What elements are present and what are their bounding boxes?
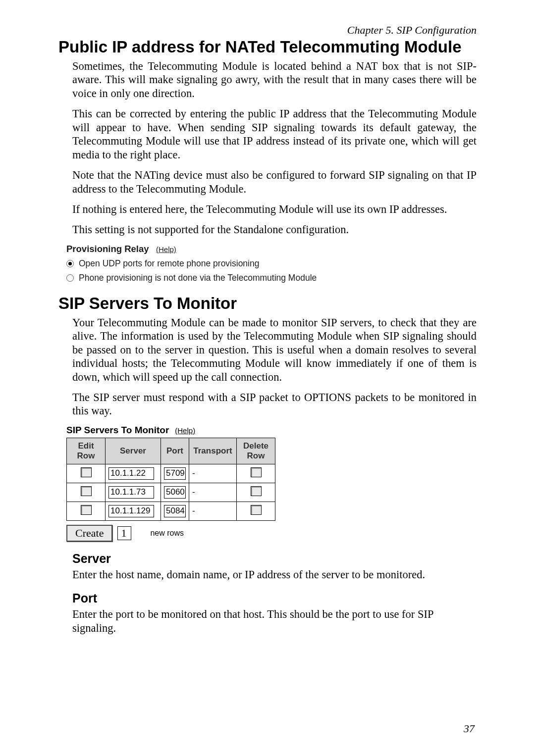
radio-icon: [66, 274, 74, 282]
para: Sometimes, the Telecommuting Module is l…: [72, 59, 477, 100]
table-header-row: Edit Row Server Port Transport Delete Ro…: [67, 438, 275, 464]
sip-servers-table: Edit Row Server Port Transport Delete Ro…: [66, 438, 275, 521]
edit-row-checkbox[interactable]: [81, 467, 92, 477]
chapter-header: Chapter 5. SIP Configuration: [58, 24, 477, 37]
help-link[interactable]: (Help): [175, 426, 195, 435]
table-row: 10.1.1.22 5709 -: [67, 464, 275, 483]
para: Note that the NATing device must also be…: [72, 168, 477, 196]
delete-row-checkbox[interactable]: [251, 467, 262, 477]
radio-icon: [66, 260, 74, 267]
col-server: Server: [106, 438, 161, 464]
provisioning-relay-block: Provisioning Relay (Help) Open UDP ports…: [66, 244, 477, 283]
table-row: 10.1.1.73 5060 -: [67, 483, 275, 502]
col-transport: Transport: [189, 438, 237, 464]
provisioning-relay-title: Provisioning Relay: [66, 244, 149, 254]
delete-row-checkbox[interactable]: [251, 505, 262, 515]
col-delete: Delete Row: [237, 438, 275, 464]
subheading-server: Server: [72, 552, 477, 566]
radio-option-open-udp[interactable]: Open UDP ports for remote phone provisio…: [66, 258, 477, 269]
port-input[interactable]: 5084: [164, 505, 186, 517]
para: Enter the port to be monitored on that h…: [72, 607, 477, 635]
para: The SIP server must respond with a SIP p…: [72, 391, 477, 418]
col-edit: Edit Row: [67, 438, 106, 464]
create-rows-row: Create 1 new rows: [66, 525, 477, 542]
port-input[interactable]: 5709: [164, 467, 186, 480]
transport-cell: -: [189, 483, 237, 502]
create-button[interactable]: Create: [66, 525, 112, 542]
widget-title: SIP Servers To Monitor: [66, 425, 169, 435]
help-link[interactable]: (Help): [156, 245, 176, 253]
radio-option-not-done[interactable]: Phone provisioning is not done via the T…: [66, 273, 477, 283]
para: If nothing is entered here, the Telecomm…: [72, 202, 477, 216]
transport-cell: -: [189, 502, 237, 520]
server-input[interactable]: 10.1.1.129: [108, 505, 154, 517]
server-input[interactable]: 10.1.1.22: [108, 467, 154, 480]
subheading-port: Port: [72, 591, 477, 605]
col-port: Port: [161, 438, 189, 464]
section-title-sip-servers: SIP Servers To Monitor: [58, 294, 477, 313]
page-number: 37: [464, 722, 475, 735]
new-rows-input[interactable]: 1: [117, 526, 131, 540]
delete-row-checkbox[interactable]: [251, 486, 262, 496]
radio-label: Phone provisioning is not done via the T…: [79, 273, 317, 283]
para: This can be corrected by entering the pu…: [72, 107, 477, 161]
section-title-public-ip: Public IP address for NATed Telecommutin…: [58, 38, 477, 56]
new-rows-label: new rows: [150, 529, 184, 538]
server-input[interactable]: 10.1.1.73: [108, 486, 154, 499]
port-input[interactable]: 5060: [164, 486, 186, 499]
transport-cell: -: [189, 464, 237, 483]
radio-label: Open UDP ports for remote phone provisio…: [79, 258, 259, 269]
para: This setting is not supported for the St…: [72, 223, 477, 236]
para: Enter the host name, domain name, or IP …: [72, 568, 477, 581]
table-row: 10.1.1.129 5084 -: [67, 502, 275, 520]
edit-row-checkbox[interactable]: [81, 486, 92, 496]
edit-row-checkbox[interactable]: [81, 505, 92, 515]
sip-servers-widget: SIP Servers To Monitor (Help) Edit Row S…: [66, 425, 477, 542]
para: Your Telecommuting Module can be made to…: [72, 316, 477, 384]
